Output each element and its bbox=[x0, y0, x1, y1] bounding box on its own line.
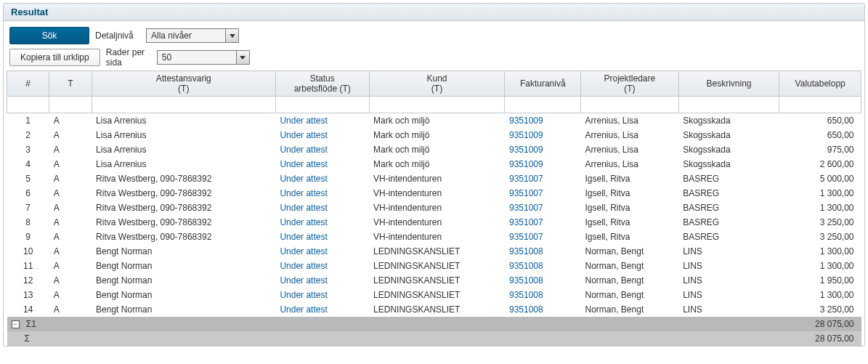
cell-status[interactable]: Under attest bbox=[275, 201, 369, 215]
cell-faktura[interactable]: 9351009 bbox=[505, 157, 581, 171]
cell-kund: LEDNINGSKANSLIET bbox=[369, 244, 505, 259]
cell-kund: LEDNINGSKANSLIET bbox=[369, 288, 505, 302]
cell-status[interactable]: Under attest bbox=[275, 288, 369, 302]
table-row[interactable]: 1ALisa ArreniusUnder attestMark och milj… bbox=[7, 113, 861, 129]
filter-status[interactable] bbox=[278, 98, 367, 111]
cell-beskr: Skogsskada bbox=[678, 128, 779, 142]
filter-faktura[interactable] bbox=[507, 98, 578, 111]
table-row[interactable]: 10ABengt NormanUnder attestLEDNINGSKANSL… bbox=[7, 244, 861, 259]
col-kund[interactable]: Kund(T) bbox=[369, 71, 505, 97]
col-attest[interactable]: Attestansvarig(T) bbox=[92, 71, 275, 97]
cell-faktura[interactable]: 9351007 bbox=[505, 186, 581, 201]
cell-status[interactable]: Under attest bbox=[275, 157, 369, 171]
cell-attest: Ritva Westberg, 090-7868392 bbox=[92, 215, 275, 230]
rows-per-page-value: 50 bbox=[158, 52, 236, 62]
cell-faktura[interactable]: 9351008 bbox=[505, 288, 581, 302]
table-row[interactable]: 12ABengt NormanUnder attestLEDNINGSKANSL… bbox=[7, 273, 861, 288]
filter-attest[interactable] bbox=[94, 98, 273, 111]
cell-kund: VH-intendenturen bbox=[369, 186, 505, 201]
chevron-down-icon[interactable] bbox=[236, 51, 249, 64]
cell-faktura[interactable]: 9351009 bbox=[505, 113, 581, 129]
table-row[interactable]: 11ABengt NormanUnder attestLEDNINGSKANSL… bbox=[7, 259, 861, 273]
cell-beskr: BASREG bbox=[678, 186, 779, 201]
cell-faktura[interactable]: 9351008 bbox=[505, 302, 581, 317]
cell-attest: Lisa Arrenius bbox=[92, 142, 275, 157]
cell-attest: Bengt Norman bbox=[92, 273, 275, 288]
filter-belopp[interactable] bbox=[782, 98, 859, 111]
cell-index: 10 bbox=[7, 244, 49, 259]
table-row[interactable]: 7ARitva Westberg, 090-7868392Under attes… bbox=[7, 201, 861, 215]
cell-projekt: Norman, Bengt bbox=[581, 288, 679, 302]
cell-projekt: Norman, Bengt bbox=[581, 302, 679, 317]
cell-belopp: 650,00 bbox=[779, 128, 861, 142]
table-row[interactable]: 6ARitva Westberg, 090-7868392Under attes… bbox=[7, 186, 861, 201]
cell-status[interactable]: Under attest bbox=[275, 171, 369, 186]
cell-projekt: Igsell, Ritva bbox=[581, 201, 679, 215]
table-row[interactable]: 5ARitva Westberg, 090-7868392Under attes… bbox=[7, 171, 861, 186]
cell-projekt: Arrenius, Lisa bbox=[581, 128, 679, 142]
cell-faktura[interactable]: 9351008 bbox=[505, 244, 581, 259]
table-row[interactable]: 13ABengt NormanUnder attestLEDNINGSKANSL… bbox=[7, 288, 861, 302]
cell-index: 3 bbox=[7, 142, 49, 157]
cell-faktura[interactable]: 9351007 bbox=[505, 230, 581, 244]
cell-status[interactable]: Under attest bbox=[275, 230, 369, 244]
cell-status[interactable]: Under attest bbox=[275, 302, 369, 317]
cell-faktura[interactable]: 9351009 bbox=[505, 142, 581, 157]
col-t[interactable]: T bbox=[49, 71, 92, 97]
cell-status[interactable]: Under attest bbox=[275, 215, 369, 230]
table-row[interactable]: 9ARitva Westberg, 090-7868392Under attes… bbox=[7, 230, 861, 244]
cell-faktura[interactable]: 9351009 bbox=[505, 128, 581, 142]
filter-projekt[interactable] bbox=[583, 98, 676, 111]
cell-index: 7 bbox=[7, 201, 49, 215]
detail-select[interactable]: Alla nivåer bbox=[146, 28, 239, 43]
cell-index: 13 bbox=[7, 288, 49, 302]
table-row[interactable]: 4ALisa ArreniusUnder attestMark och milj… bbox=[7, 157, 861, 171]
cell-belopp: 1 300,00 bbox=[779, 244, 861, 259]
cell-faktura[interactable]: 9351007 bbox=[505, 171, 581, 186]
table-row[interactable]: 14ABengt NormanUnder attestLEDNINGSKANSL… bbox=[7, 302, 861, 317]
cell-kund: LEDNINGSKANSLIET bbox=[369, 259, 505, 273]
rows-per-page-label: Rader persida bbox=[106, 47, 151, 68]
cell-belopp: 1 300,00 bbox=[779, 186, 861, 201]
cell-attest: Ritva Westberg, 090-7868392 bbox=[92, 230, 275, 244]
col-index[interactable]: # bbox=[7, 71, 49, 97]
col-faktura[interactable]: Fakturanivå bbox=[505, 71, 581, 97]
cell-belopp: 1 300,00 bbox=[779, 201, 861, 215]
chevron-down-icon[interactable] bbox=[225, 29, 238, 42]
cell-kund: VH-intendenturen bbox=[369, 230, 505, 244]
cell-beskr: LINS bbox=[678, 259, 779, 273]
cell-kund: VH-intendenturen bbox=[369, 201, 505, 215]
col-status[interactable]: Statusarbetsflöde (T) bbox=[275, 71, 369, 97]
cell-status[interactable]: Under attest bbox=[275, 128, 369, 142]
collapse-icon[interactable]: − bbox=[12, 320, 20, 328]
cell-faktura[interactable]: 9351008 bbox=[505, 259, 581, 273]
cell-belopp: 975,00 bbox=[779, 142, 861, 157]
rows-per-page-select[interactable]: 50 bbox=[157, 50, 250, 65]
table-row[interactable]: 8ARitva Westberg, 090-7868392Under attes… bbox=[7, 215, 861, 230]
cell-faktura[interactable]: 9351007 bbox=[505, 201, 581, 215]
col-projekt[interactable]: Projektledare(T) bbox=[581, 71, 679, 97]
cell-beskr: LINS bbox=[678, 273, 779, 288]
cell-kund: Mark och miljö bbox=[369, 157, 505, 171]
cell-belopp: 3 250,00 bbox=[779, 215, 861, 230]
cell-index: 4 bbox=[7, 157, 49, 171]
cell-status[interactable]: Under attest bbox=[275, 113, 369, 129]
cell-index: 2 bbox=[7, 128, 49, 142]
filter-kund[interactable] bbox=[372, 98, 503, 111]
cell-status[interactable]: Under attest bbox=[275, 142, 369, 157]
search-button[interactable]: Sök bbox=[9, 27, 89, 44]
cell-status[interactable]: Under attest bbox=[275, 186, 369, 201]
cell-status[interactable]: Under attest bbox=[275, 244, 369, 259]
table-row[interactable]: 2ALisa ArreniusUnder attestMark och milj… bbox=[7, 128, 861, 142]
table-row[interactable]: 3ALisa ArreniusUnder attestMark och milj… bbox=[7, 142, 861, 157]
cell-faktura[interactable]: 9351007 bbox=[505, 215, 581, 230]
copy-to-clipboard-button[interactable]: Kopiera till urklipp bbox=[9, 49, 100, 66]
cell-belopp: 2 600,00 bbox=[779, 157, 861, 171]
cell-status[interactable]: Under attest bbox=[275, 273, 369, 288]
filter-beskr[interactable] bbox=[681, 98, 777, 111]
cell-belopp: 3 250,00 bbox=[779, 302, 861, 317]
col-belopp[interactable]: Valutabelopp bbox=[779, 71, 861, 97]
col-beskr[interactable]: Beskrivning bbox=[678, 71, 779, 97]
cell-faktura[interactable]: 9351008 bbox=[505, 273, 581, 288]
cell-status[interactable]: Under attest bbox=[275, 259, 369, 273]
